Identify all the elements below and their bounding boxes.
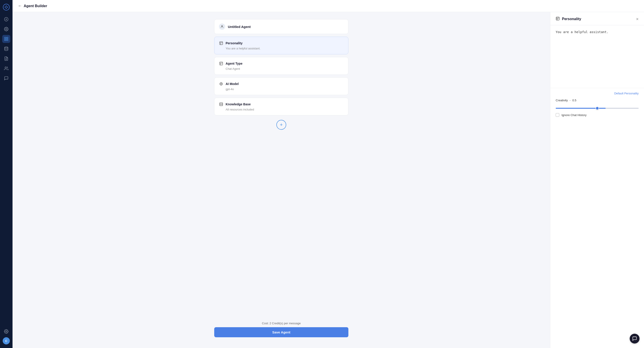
chat-support-button[interactable]: [630, 334, 640, 344]
svg-point-2: [6, 29, 7, 30]
sidebar-item-grid[interactable]: [2, 35, 10, 43]
personality-card-header: Personality: [219, 41, 344, 46]
ai-model-card-icon: [219, 82, 224, 86]
add-section-button[interactable]: +: [276, 120, 286, 130]
svg-rect-5: [5, 39, 6, 41]
cost-text: Cost: 2 Credit(s) per message: [262, 322, 300, 325]
ai-model-card-value: gpt-4o: [219, 88, 344, 91]
sidebar-settings-icon[interactable]: [2, 328, 10, 336]
svg-rect-25: [220, 103, 223, 106]
sidebar: C: [0, 0, 12, 348]
personality-card-value: You are a helpful assistant.: [219, 47, 344, 50]
svg-rect-28: [556, 17, 559, 20]
back-arrow-icon: ←: [18, 4, 22, 8]
ai-model-card-header: AI Model: [219, 82, 344, 86]
sidebar-item-settings[interactable]: [2, 25, 10, 33]
logo-icon: [3, 4, 10, 11]
right-panel-header: Personality ×: [550, 12, 644, 25]
header: ← Agent Builder: [12, 0, 644, 12]
user-avatar[interactable]: C: [3, 337, 10, 344]
bottom-bar: Cost: 2 Credit(s) per message Save Agent: [20, 316, 543, 341]
svg-rect-16: [220, 62, 223, 65]
knowledge-base-card-value: All resources included: [219, 108, 344, 111]
personality-card[interactable]: Personality You are a helpful assistant.: [214, 37, 348, 54]
creativity-label: Creativity: [556, 99, 568, 102]
agent-name-label: Untitled Agent: [228, 25, 251, 29]
right-panel-title-icon: [556, 16, 560, 22]
agent-type-card[interactable]: Agent Type Chat Agent: [214, 57, 348, 75]
page-title: Agent Builder: [24, 4, 47, 8]
sidebar-item-chat[interactable]: [2, 15, 10, 23]
creativity-dash: -: [570, 99, 570, 102]
sidebar-item-messages[interactable]: [2, 74, 10, 82]
svg-point-10: [5, 67, 6, 68]
personality-textarea[interactable]: You are a helpful assistant.: [550, 25, 644, 88]
creativity-slider-container: [556, 106, 639, 110]
sidebar-bottom: C: [2, 328, 10, 344]
ignore-history-checkbox[interactable]: [556, 113, 559, 117]
agent-type-card-value: Chat Agent: [219, 67, 344, 70]
svg-rect-6: [7, 39, 8, 41]
knowledge-base-card-title: Knowledge Base: [226, 102, 251, 106]
back-button[interactable]: ← Agent Builder: [18, 4, 47, 8]
agent-type-card-header: Agent Type: [219, 61, 344, 66]
personality-card-title: Personality: [226, 42, 242, 45]
svg-point-0: [3, 4, 10, 10]
svg-point-11: [6, 331, 7, 332]
svg-rect-4: [7, 37, 8, 39]
ai-model-card-title: AI Model: [226, 82, 238, 86]
personality-card-icon: [219, 41, 224, 46]
agent-type-card-title: Agent Type: [226, 62, 242, 65]
ignore-history-label: Ignore Chat History: [562, 114, 586, 117]
svg-rect-13: [220, 42, 223, 45]
sidebar-item-users[interactable]: [2, 64, 10, 72]
center-panel: Untitled Agent Personality You are a hel…: [12, 12, 550, 348]
agent-name-icon: [219, 24, 225, 30]
content-area: Untitled Agent Personality You are a hel…: [12, 12, 644, 348]
save-agent-button[interactable]: Save Agent: [214, 327, 348, 337]
main-area: ← Agent Builder Untitled Agent: [12, 0, 644, 348]
knowledge-base-card-icon: [219, 102, 224, 106]
knowledge-base-card[interactable]: Knowledge Base All resources included: [214, 98, 348, 116]
creativity-row: Creativity - 0.5: [556, 99, 639, 102]
creativity-slider[interactable]: [556, 108, 639, 109]
svg-point-7: [5, 47, 8, 48]
sidebar-item-database[interactable]: [2, 45, 10, 53]
creativity-value: 0.5: [572, 99, 576, 102]
sidebar-item-documents[interactable]: [2, 54, 10, 62]
right-panel: Personality × You are a helpful assistan…: [550, 12, 644, 348]
knowledge-base-card-header: Knowledge Base: [219, 102, 344, 106]
svg-point-12: [222, 26, 222, 26]
svg-rect-3: [5, 37, 6, 39]
ai-model-card[interactable]: AI Model gpt-4o: [214, 78, 348, 95]
right-panel-title: Personality: [556, 16, 581, 22]
agent-type-card-icon: [219, 61, 224, 66]
ignore-history-row: Ignore Chat History: [556, 113, 639, 117]
agent-name-card[interactable]: Untitled Agent: [214, 19, 348, 34]
right-panel-footer: Default Personality Creativity - 0.5 Ign…: [550, 88, 644, 120]
svg-point-20: [221, 84, 222, 84]
cards-container: Untitled Agent Personality You are a hel…: [214, 19, 348, 130]
svg-point-19: [220, 82, 222, 85]
default-personality-button[interactable]: Default Personality: [556, 92, 639, 95]
close-panel-button[interactable]: ×: [636, 17, 639, 21]
